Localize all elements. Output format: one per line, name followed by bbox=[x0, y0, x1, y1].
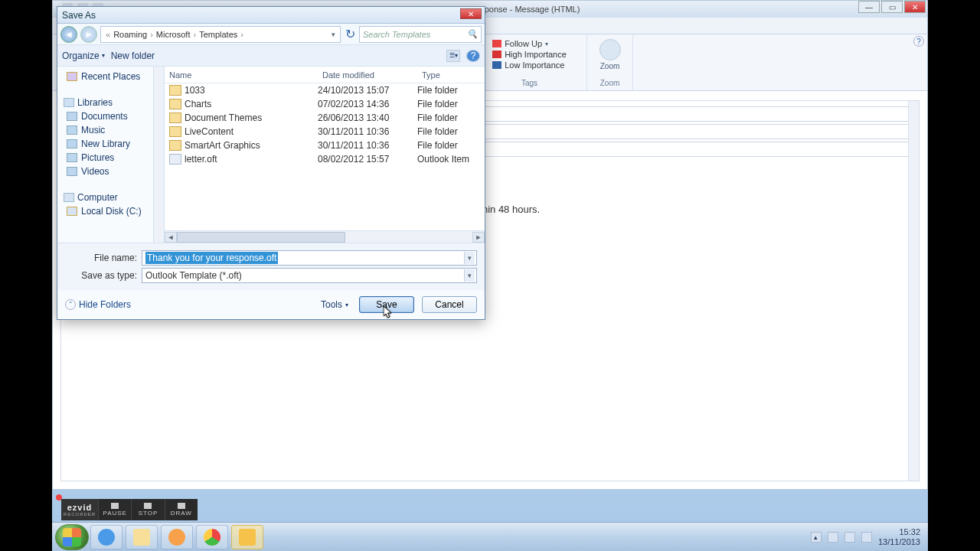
file-row[interactable]: LiveContent30/11/2011 10:36File folder bbox=[165, 125, 485, 139]
group-zoom: Zoom bbox=[600, 79, 620, 87]
hscroll-right[interactable]: ► bbox=[472, 232, 485, 243]
address-bar-row: ◄ ► « Roaming› Microsoft› Templates› ▾ ↻… bbox=[57, 24, 485, 45]
nav-documents[interactable]: Documents bbox=[59, 109, 162, 123]
tray-show-hidden-icon[interactable]: ▴ bbox=[811, 532, 822, 543]
template-file-icon bbox=[169, 154, 181, 165]
save-as-dialog: Save As ✕ ◄ ► « Roaming› Microsoft› Temp… bbox=[57, 6, 485, 320]
msgwin-maximize-button[interactable]: ▭ bbox=[881, 1, 903, 13]
saveastype-select[interactable]: Outlook Template (*.oft) ▾ bbox=[142, 268, 477, 283]
taskbar-clock[interactable]: 15:32 13/11/2013 bbox=[878, 527, 920, 546]
libraries-icon bbox=[64, 98, 74, 107]
dialog-button-row: ˄ Hide Folders Tools▾ Save Cancel bbox=[57, 290, 485, 319]
file-row[interactable]: Charts07/02/2013 14:36File folder bbox=[165, 97, 485, 111]
saveastype-dropdown-icon[interactable]: ▾ bbox=[464, 269, 475, 282]
col-type[interactable]: Type bbox=[417, 70, 479, 80]
nav-music[interactable]: Music bbox=[59, 123, 162, 137]
organize-button[interactable]: Organize▾ bbox=[62, 51, 105, 61]
ezvid-recorder-bar: ezvid RECORDER PAUSE STOP DRAW bbox=[61, 499, 198, 520]
start-button[interactable] bbox=[55, 524, 89, 550]
help-icon[interactable]: ? bbox=[913, 36, 924, 47]
stop-icon bbox=[144, 503, 152, 509]
tray-volume-icon[interactable] bbox=[861, 532, 872, 543]
zoom-icon[interactable] bbox=[599, 39, 621, 60]
high-importance-button[interactable]: High Importance bbox=[492, 50, 567, 59]
taskbar-media[interactable] bbox=[161, 525, 193, 549]
col-date[interactable]: Date modified bbox=[318, 70, 417, 80]
hscroll-thumb[interactable] bbox=[177, 232, 345, 243]
chrome-icon bbox=[204, 529, 220, 546]
breadcrumb[interactable]: « Roaming› Microsoft› Templates› ▾ bbox=[100, 26, 341, 43]
saveas-toolbar: Organize▾ New folder ☰▾ ? bbox=[57, 45, 485, 67]
search-input[interactable]: Search Templates 🔍 bbox=[359, 26, 482, 43]
taskbar-ie[interactable] bbox=[90, 525, 122, 549]
msg-vscrollbar[interactable] bbox=[908, 101, 919, 481]
system-tray: ▴ 15:32 13/11/2013 bbox=[811, 527, 925, 546]
saveas-titlebar: Save As ✕ bbox=[57, 7, 485, 24]
nav-pane: Recent Places Libraries Documents Music … bbox=[57, 67, 165, 243]
hscroll-left[interactable]: ◄ bbox=[165, 232, 177, 243]
folder-icon bbox=[169, 126, 181, 137]
pause-icon bbox=[111, 503, 119, 509]
tray-network-icon[interactable] bbox=[844, 532, 855, 543]
file-hscrollbar[interactable]: ◄ ► bbox=[165, 230, 485, 243]
nav-recent-places[interactable]: Recent Places bbox=[59, 70, 162, 83]
refresh-icon[interactable]: ↻ bbox=[344, 28, 356, 41]
taskbar: ▴ 15:32 13/11/2013 bbox=[52, 522, 928, 551]
nav-pictures[interactable]: Pictures bbox=[59, 151, 162, 165]
ezvid-logo: ezvid RECORDER bbox=[61, 499, 98, 520]
nav-forward-button[interactable]: ► bbox=[80, 26, 97, 43]
folder-icon bbox=[169, 112, 181, 123]
computer-icon bbox=[64, 193, 74, 202]
taskbar-chrome[interactable] bbox=[196, 525, 228, 549]
help-button[interactable]: ? bbox=[466, 50, 480, 62]
ezvid-draw-button[interactable]: DRAW bbox=[165, 499, 198, 520]
nav-back-button[interactable]: ◄ bbox=[60, 26, 77, 43]
msgwin-minimize-button[interactable]: — bbox=[858, 1, 880, 13]
exclaim-icon bbox=[492, 51, 501, 58]
group-tags: Tags bbox=[521, 79, 537, 87]
tray-action-center-icon[interactable] bbox=[828, 532, 838, 543]
folder-icon bbox=[133, 529, 150, 546]
nav-libraries[interactable]: Libraries bbox=[59, 94, 162, 109]
file-row[interactable]: 103324/10/2013 15:07File folder bbox=[165, 83, 485, 97]
tools-button[interactable]: Tools▾ bbox=[318, 299, 351, 310]
saveas-bottom-panel: File name: Thank you for your response.o… bbox=[57, 243, 485, 290]
msgwin-close-button[interactable]: ✕ bbox=[904, 1, 926, 13]
nav-local-disk[interactable]: Local Disk (C:) bbox=[59, 204, 162, 218]
ezvid-pause-button[interactable]: PAUSE bbox=[98, 499, 131, 520]
nav-new-library[interactable]: New Library bbox=[59, 137, 162, 151]
file-list-header: Name Date modified Type bbox=[165, 67, 485, 83]
filename-input[interactable]: Thank you for your response.oft ▾ bbox=[142, 250, 477, 266]
saveas-main: Recent Places Libraries Documents Music … bbox=[57, 67, 485, 243]
file-row[interactable]: SmartArt Graphics30/11/2011 10:36File fo… bbox=[165, 139, 485, 152]
videos-icon bbox=[67, 167, 77, 176]
saveastype-label: Save as type: bbox=[65, 270, 142, 281]
saveas-title-text: Save As bbox=[62, 10, 96, 21]
new-folder-button[interactable]: New folder bbox=[111, 51, 155, 61]
low-importance-button[interactable]: Low Importance bbox=[492, 60, 567, 70]
file-list-pane: Name Date modified Type 103324/10/2013 1… bbox=[165, 67, 485, 243]
outlook-icon bbox=[239, 529, 256, 546]
cancel-button[interactable]: Cancel bbox=[422, 296, 477, 313]
hide-folders-button[interactable]: ˄ Hide Folders bbox=[65, 299, 131, 310]
file-row[interactable]: letter.oft08/02/2012 15:57Outlook Item bbox=[165, 152, 485, 166]
filename-label: File name: bbox=[65, 253, 142, 263]
view-button[interactable]: ☰▾ bbox=[446, 50, 460, 62]
save-button[interactable]: Save bbox=[359, 296, 414, 313]
filename-dropdown-icon[interactable]: ▾ bbox=[464, 252, 475, 264]
col-name[interactable]: Name bbox=[165, 70, 318, 80]
taskbar-explorer[interactable] bbox=[126, 525, 158, 549]
follow-up-button[interactable]: Follow Up▾ bbox=[492, 39, 567, 48]
saveas-close-button[interactable]: ✕ bbox=[460, 8, 482, 19]
nav-vscrollbar[interactable] bbox=[153, 67, 164, 243]
media-icon bbox=[168, 529, 185, 546]
music-icon bbox=[67, 126, 77, 135]
taskbar-outlook[interactable] bbox=[231, 525, 263, 549]
file-row[interactable]: Document Themes26/06/2013 13:40File fold… bbox=[165, 111, 485, 125]
nav-videos[interactable]: Videos bbox=[59, 165, 162, 178]
disk-icon bbox=[67, 207, 77, 216]
nav-computer[interactable]: Computer bbox=[59, 189, 162, 204]
folder-icon bbox=[169, 85, 181, 96]
ezvid-stop-button[interactable]: STOP bbox=[131, 499, 164, 520]
folder-icon bbox=[169, 99, 181, 109]
